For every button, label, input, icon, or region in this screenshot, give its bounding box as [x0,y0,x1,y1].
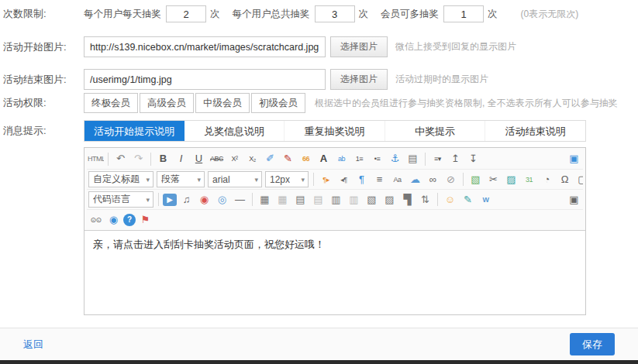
background-image-icon[interactable]: ▨ [503,171,519,187]
drafts-icon[interactable]: ⚑ [137,211,153,228]
bold-icon[interactable]: B [155,151,171,167]
end-image-input[interactable] [84,69,326,90]
limit-label: 每个用户每天抽奖 [84,8,161,21]
bottom-bar [0,360,638,364]
scratchcard-activity-settings-page: 次数限制: 每个用户每天抽奖次每个用户总共抽奖次会员可多抽奖次 (0表示无限次)… [0,0,638,364]
font-color-icon[interactable]: A [316,151,332,167]
font-size-select[interactable]: 12px▾ [265,171,309,187]
limit-count-input[interactable] [166,5,206,22]
line-height-icon[interactable]: ≡▾ [429,151,446,167]
strikethrough-icon[interactable]: ABC [209,151,225,167]
limit-label: 会员可多抽奖 [381,8,439,21]
member-group-buttons: 终极会员高级会员中级会员初级会员 [84,93,307,113]
insert-music-icon[interactable]: ♫ [178,191,195,208]
chevron-down-icon: ▾ [254,176,258,184]
limit-count-input[interactable] [443,5,484,22]
message-tab[interactable]: 活动结束说明 [485,121,585,141]
editor-content[interactable]: 亲，请点击进入刮刮卡抽奖活动页面，祝您好运哦！ [84,231,585,314]
table-title-icon[interactable]: ▜ [399,191,416,208]
undo-icon[interactable]: ↶ [112,151,129,167]
gmap-icon[interactable]: ◎ [214,191,230,208]
delete-col-icon[interactable]: ▥ [346,191,362,208]
remove-format-icon[interactable]: ✐ [262,151,278,167]
insert-col-icon[interactable]: ▥ [328,191,344,208]
ltr-icon[interactable]: ¶▸ [318,171,334,187]
delete-table-icon[interactable]: ▦ [274,191,291,208]
redo-icon[interactable]: ↷ [130,151,147,167]
end-image-pick-button[interactable]: 选择图片 [330,69,388,90]
background-color-icon[interactable]: ab [333,151,350,167]
code-language-select[interactable]: 代码语言▾ [88,191,153,208]
start-image-pick-button[interactable]: 选择图片 [330,36,388,57]
insert-video-icon[interactable]: ▶ [163,194,177,206]
page-break-icon[interactable]: ▤ [405,151,421,167]
paragraph-space-top-icon[interactable]: ↥ [447,151,464,167]
word-image-icon[interactable]: W [478,191,494,208]
map-icon[interactable]: ◉ [196,191,212,208]
member-group-button[interactable]: 初级会员 [251,93,305,113]
screenshot-icon[interactable]: ✂ [485,171,502,187]
scrawl-icon[interactable]: ✎ [460,191,476,208]
blockquote-icon[interactable]: 66 [298,151,314,167]
superscript-icon[interactable]: X² [226,151,243,167]
binoculars-icon[interactable]: ⊙⊙ [88,211,104,228]
chevron-down-icon: ▾ [146,176,150,184]
sort-table-icon[interactable]: ⇅ [417,191,433,208]
paragraph-format-icon[interactable]: ¶ [353,171,370,187]
merge-cells-icon[interactable]: ▧ [364,191,380,208]
editor-toolbar: HTML↶↷BIUABCX²X₂✐✎66Aab1≡•≡⚓▤≡▾↥↧▣ 自定义标题… [84,148,585,231]
start-image-input[interactable] [84,36,326,57]
subscript-icon[interactable]: X₂ [244,151,260,167]
message-tab[interactable]: 中奖提示 [385,121,485,141]
italic-icon[interactable]: I [173,151,189,167]
message-tab[interactable]: 重复抽奖说明 [284,121,385,141]
member-group-button[interactable]: 高级会员 [140,93,194,113]
insert-row-icon[interactable]: ▤ [292,191,309,208]
horizontal-rule-icon[interactable]: — [232,191,248,208]
member-group-button[interactable]: 终极会员 [84,93,138,113]
print-icon[interactable]: ▣ [566,191,582,208]
cloud-icon[interactable]: ☁ [407,171,423,187]
insert-image-icon[interactable]: ▧ [467,171,484,187]
permission-label: 活动权限: [3,96,84,110]
back-link[interactable]: 返回 [23,338,43,352]
delete-row-icon[interactable]: ▤ [310,191,326,208]
message-tab[interactable]: 活动开始提示说明 [84,121,185,141]
toolbar-row-4: ⊙⊙◉?⚑ [87,209,583,229]
split-cells-icon[interactable]: ▨ [381,191,398,208]
footer-bar: 返回 保存 [0,328,638,360]
paragraph-select[interactable]: 段落▾ [157,171,205,187]
toolbar-separator [108,153,109,166]
search-replace-icon[interactable]: Aa [389,171,405,187]
paragraph-space-bottom-icon[interactable]: ↧ [465,151,481,167]
insert-iframe-icon[interactable]: ▢ [574,171,583,187]
link-icon[interactable]: ∞ [425,171,441,187]
member-group-button[interactable]: 中级会员 [195,93,250,113]
help-icon[interactable]: ? [123,214,136,226]
insert-table-icon[interactable]: ▦ [257,191,273,208]
ordered-list-icon[interactable]: 1≡ [351,151,367,167]
format-painter-icon[interactable]: ✎ [280,151,296,167]
save-button[interactable]: 保存 [570,333,615,355]
insert-date-icon[interactable]: 31 [521,171,537,187]
insert-time-icon[interactable]: ◔ [539,171,555,187]
unlink-icon[interactable]: ⊘ [443,171,459,187]
heading-select[interactable]: 自定义标题▾ [88,171,153,187]
toolbar-row-1: HTML↶↷BIUABCX²X₂✐✎66Aab1≡•≡⚓▤≡▾↥↧▣ [87,149,583,169]
rtl-icon[interactable]: ◂¶ [336,171,352,187]
start-image-row: 活动开始图片: 选择图片 微信上接受到回复的显示图片 [3,36,638,57]
preview-icon[interactable]: ◉ [105,211,122,228]
font-family-select[interactable]: arial▾ [208,171,262,187]
unordered-list-icon[interactable]: •≡ [369,151,385,167]
message-tab[interactable]: 兑奖信息说明 [185,121,285,141]
underline-icon[interactable]: U [191,151,207,167]
auto-typeset-icon[interactable]: ≡ [371,171,388,187]
fullscreen-icon[interactable]: ▣ [566,151,582,167]
start-image-hint: 微信上接受到回复的显示图片 [395,40,516,53]
source-code-icon[interactable]: HTML [88,151,104,167]
emotion-icon[interactable]: ☺ [442,191,458,208]
limit-count-input[interactable] [315,5,355,22]
chevron-down-icon: ▾ [301,176,305,184]
special-chars-icon[interactable]: Ω [557,171,573,187]
anchor-icon[interactable]: ⚓ [387,151,403,167]
